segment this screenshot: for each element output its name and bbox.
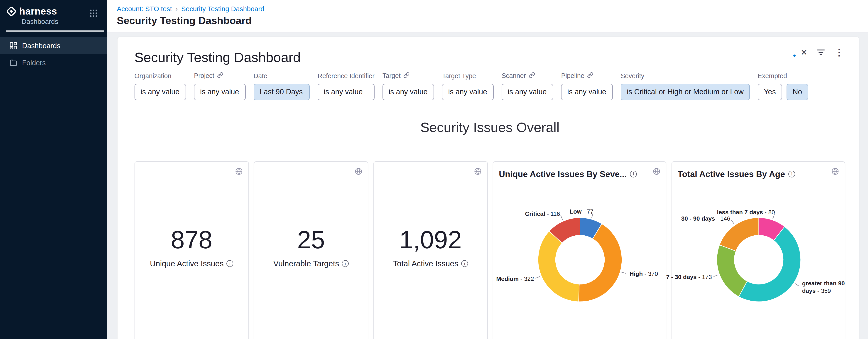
chevron-right-icon: › [175, 4, 178, 13]
filter-scanner: Scanner is any value [502, 72, 553, 101]
link-icon [403, 72, 410, 80]
cursor-dot [793, 55, 796, 57]
exempted-yes-button[interactable]: Yes [758, 84, 782, 101]
sidebar-item-folders[interactable]: Folders [0, 54, 107, 72]
filter-label: Pipeline [561, 72, 584, 80]
donut-label: 7 - 30 days - 173 [666, 273, 712, 281]
filter-value-target-type[interactable]: is any value [442, 84, 494, 101]
globe-icon[interactable] [653, 167, 660, 177]
stat-card-vulnerable-targets: 25 Vulnerable Targets i [254, 161, 368, 339]
link-icon [587, 72, 593, 80]
filter-project: Project is any value [194, 72, 246, 101]
link-icon [217, 72, 223, 80]
info-icon[interactable]: i [788, 171, 795, 177]
stat-label: Total Active Issues [393, 259, 458, 268]
sidebar-nav: Dashboards Folders [0, 37, 107, 72]
stat-card-total-active-issues: 1,092 Total Active Issues i [373, 161, 488, 339]
breadcrumb: Account: STO test › Security Testing Das… [117, 4, 868, 13]
info-icon[interactable]: i [342, 260, 349, 267]
donut-svg [672, 177, 845, 339]
label-leader-line [535, 276, 540, 278]
dashboard-panel: ✕ ⋮ Security Testing Dashboard Organizat… [118, 37, 859, 339]
donut-slice-medium[interactable] [538, 231, 580, 302]
chart-card-issues-by-age: Total Active Issues By Age i less than 7… [672, 161, 845, 339]
donut-svg [493, 177, 667, 339]
panel-actions: ✕ ⋮ [801, 48, 843, 56]
filter-reference-identifier: Reference Identifier is any value [318, 72, 375, 100]
cards-row: 878 Unique Active Issues i 25 Vulnerable… [134, 161, 845, 339]
donut-label: Medium - 322 [496, 275, 534, 283]
chart-card-issues-by-severity: Unique Active Issues By Seve... i Low - … [493, 161, 666, 339]
donut-chart-age[interactable]: less than 7 days - 80greater than 90 day… [672, 177, 845, 339]
harness-logo-icon [6, 6, 17, 17]
stat-label: Vulnerable Targets [273, 259, 339, 268]
filter-value-severity[interactable]: is Critical or High or Medium or Low [621, 84, 750, 101]
filter-label: Target [382, 72, 401, 80]
stat-label: Unique Active Issues [150, 259, 224, 268]
stat-value: 1,092 [399, 225, 462, 254]
sidebar-header: harness Dashboards [0, 0, 107, 32]
sidebar-item-dashboards[interactable]: Dashboards [0, 37, 107, 54]
brand-row[interactable]: harness [6, 6, 99, 17]
info-icon[interactable]: i [226, 260, 233, 267]
stat-card-unique-active-issues: 878 Unique Active Issues i [134, 161, 249, 339]
label-leader-line [731, 220, 734, 224]
dashboard-grid-icon [10, 42, 17, 50]
donut-slice-30-90-days[interactable] [719, 218, 758, 251]
filter-date: Date Last 90 Days [254, 72, 310, 100]
filter-value-organization[interactable]: is any value [134, 84, 186, 101]
kebab-menu-icon[interactable]: ⋮ [835, 48, 844, 56]
exempted-toggle-group: Yes No [758, 84, 808, 101]
filter-value-target[interactable]: is any value [382, 84, 434, 101]
globe-icon[interactable] [235, 167, 243, 177]
donut-slice-7-30-days[interactable] [717, 245, 747, 296]
filter-icon[interactable] [817, 49, 825, 56]
info-icon[interactable]: i [630, 171, 637, 177]
filter-label: Target Type [442, 72, 476, 80]
globe-icon[interactable] [832, 167, 839, 177]
filter-organization: Organization is any value [134, 72, 186, 100]
stat-value: 878 [171, 225, 213, 254]
section-heading: Security Issues Overall [134, 119, 845, 135]
app-root: harness Dashboards Dashb [0, 0, 868, 339]
filter-pipeline: Pipeline is any value [561, 72, 613, 101]
donut-label: 30 - 90 days - 146 [681, 215, 730, 222]
label-leader-line [795, 283, 799, 286]
sidebar: harness Dashboards Dashb [0, 0, 107, 339]
filter-target: Target is any value [382, 72, 434, 101]
filter-label: Severity [621, 72, 644, 80]
donut-label: Low - 77 [570, 208, 593, 215]
filter-label: Project [194, 72, 214, 80]
brand-name: harness [19, 6, 57, 17]
filter-value-scanner[interactable]: is any value [502, 84, 553, 101]
info-icon[interactable]: i [461, 260, 468, 267]
sidebar-item-label: Dashboards [22, 42, 61, 50]
close-icon[interactable]: ✕ [801, 48, 807, 56]
filter-severity: Severity is Critical or High or Medium o… [621, 72, 750, 100]
sidebar-module-label: Dashboards [22, 18, 99, 25]
breadcrumb-dashboard-link[interactable]: Security Testing Dashboard [181, 5, 264, 13]
filter-value-project[interactable]: is any value [194, 84, 246, 101]
filter-label: Reference Identifier [318, 72, 375, 80]
link-icon [529, 72, 535, 80]
sidebar-item-label: Folders [22, 59, 46, 67]
breadcrumb-account-link[interactable]: Account: STO test [117, 5, 172, 13]
filter-value-date[interactable]: Last 90 Days [254, 84, 310, 101]
module-grid-icon[interactable] [90, 9, 98, 19]
label-leader-line [713, 275, 718, 277]
sidebar-divider [6, 30, 104, 32]
filter-label: Scanner [502, 72, 526, 80]
filter-label: Exempted [758, 72, 787, 80]
globe-icon[interactable] [474, 167, 482, 177]
globe-icon[interactable] [355, 167, 362, 177]
donut-label: greater than 90 days - 359 [802, 280, 845, 294]
filter-value-pipeline[interactable]: is any value [561, 84, 613, 101]
filter-label: Organization [134, 72, 172, 80]
donut-chart-severity[interactable]: Low - 77High - 370Medium - 322Critical -… [493, 177, 667, 339]
filter-value-reference-identifier[interactable]: is any value [318, 84, 375, 101]
folder-icon [10, 59, 17, 66]
exempted-no-button[interactable]: No [786, 84, 808, 101]
filter-target-type: Target Type is any value [442, 72, 494, 100]
label-leader-line [621, 272, 626, 273]
filter-exempted: Exempted Yes No [758, 72, 808, 100]
